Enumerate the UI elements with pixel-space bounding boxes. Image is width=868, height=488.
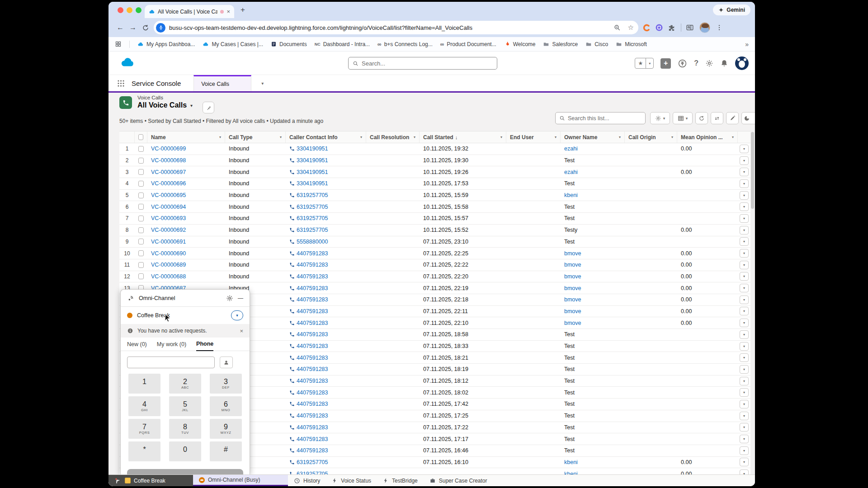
owner-link[interactable]: kbeni bbox=[564, 459, 578, 465]
column-menu-icon[interactable]: ▾ bbox=[414, 135, 415, 139]
record-link[interactable]: VC-00000697 bbox=[151, 169, 186, 175]
row-actions-button[interactable]: ▾ bbox=[740, 388, 749, 397]
row-checkbox[interactable] bbox=[138, 250, 144, 256]
owner-link[interactable]: bmove bbox=[564, 296, 581, 303]
row-select-cell[interactable] bbox=[135, 166, 147, 178]
chrome-profile-avatar[interactable] bbox=[699, 22, 710, 33]
utility-item-omni-channel-busy[interactable]: Omni-Channel (Busy) bbox=[193, 475, 288, 486]
row-actions-button[interactable]: ▾ bbox=[740, 226, 749, 235]
owner-link[interactable]: kbeni bbox=[564, 192, 578, 198]
phone-link[interactable]: 3304190951 bbox=[297, 145, 328, 152]
row-select-cell[interactable] bbox=[135, 201, 147, 212]
row-actions-button[interactable]: ▾ bbox=[740, 435, 749, 443]
row-actions-button[interactable]: ▾ bbox=[740, 191, 749, 200]
row-actions-button[interactable]: ▾ bbox=[740, 353, 749, 362]
extension-orange-icon[interactable] bbox=[643, 24, 651, 32]
favorites-dropdown-icon[interactable]: ▾ bbox=[646, 58, 653, 68]
row-actions-button[interactable]: ▾ bbox=[740, 272, 749, 281]
url-text[interactable]: busu-scv-ops-team-testdemo-dev-ed.develo… bbox=[169, 24, 608, 31]
row-checkbox[interactable] bbox=[138, 169, 144, 175]
utility-item-history[interactable]: History bbox=[288, 475, 326, 486]
record-link[interactable]: VC-00000691 bbox=[151, 239, 186, 245]
owner-link[interactable]: ezahi bbox=[564, 145, 578, 152]
row-actions-button[interactable]: ▾ bbox=[740, 179, 749, 188]
phone-link[interactable]: 4407591283 bbox=[297, 447, 328, 454]
row-select-cell[interactable] bbox=[135, 213, 147, 224]
phone-link[interactable]: 4407591283 bbox=[297, 355, 328, 361]
list-view-title[interactable]: All Voice Calls ▾ bbox=[137, 101, 193, 109]
utility-item-voice-status[interactable]: Voice Status bbox=[326, 475, 377, 486]
omni-status-label[interactable]: Coffee Break bbox=[137, 312, 226, 319]
row-checkbox[interactable] bbox=[138, 227, 144, 233]
bookmark-item[interactable]: Cisco bbox=[585, 41, 608, 47]
row-select-cell[interactable] bbox=[135, 190, 147, 201]
row-actions-button[interactable]: ▾ bbox=[740, 400, 749, 408]
row-checkbox[interactable] bbox=[138, 273, 144, 279]
record-link[interactable]: VC-00000688 bbox=[151, 273, 186, 280]
owner-link[interactable]: bmove bbox=[564, 320, 581, 326]
phone-link[interactable]: 4407591283 bbox=[297, 343, 328, 349]
setup-gear-icon[interactable] bbox=[705, 59, 713, 67]
view-selector-icon[interactable]: ▾ bbox=[190, 103, 193, 108]
bookmark-item[interactable]: ∞Product Document... bbox=[440, 41, 496, 47]
omni-tab-new-0[interactable]: New (0) bbox=[127, 341, 147, 351]
column-menu-icon[interactable]: ▾ bbox=[500, 135, 502, 139]
phone-link[interactable]: 6319257705 bbox=[297, 227, 328, 233]
record-link[interactable]: VC-00000695 bbox=[151, 192, 186, 198]
phone-link[interactable]: 6319257705 bbox=[297, 192, 328, 198]
column-header[interactable]: Mean Opinion ...▾ bbox=[677, 131, 738, 143]
row-select-cell[interactable] bbox=[135, 178, 147, 189]
row-actions-button[interactable]: ▾ bbox=[740, 377, 749, 385]
row-actions-button[interactable]: ▾ bbox=[740, 307, 749, 315]
row-actions-button[interactable]: ▾ bbox=[740, 214, 749, 223]
bookmark-item[interactable]: Salesforce bbox=[543, 41, 578, 47]
traffic-light-minimize[interactable] bbox=[127, 7, 132, 13]
side-panel-icon[interactable] bbox=[686, 23, 694, 32]
record-link[interactable]: VC-00000693 bbox=[151, 215, 186, 221]
row-actions-button[interactable]: ▾ bbox=[740, 342, 749, 351]
column-menu-icon[interactable]: ▾ bbox=[732, 135, 734, 139]
keypad-key-8[interactable]: 8TUV bbox=[169, 419, 201, 439]
record-link[interactable]: VC-00000696 bbox=[151, 180, 186, 187]
apps-grid-icon[interactable] bbox=[115, 41, 122, 47]
list-search-box[interactable]: Search this list... bbox=[555, 112, 646, 124]
phone-link[interactable]: 3304190951 bbox=[297, 180, 328, 187]
global-search-box[interactable]: Search... bbox=[348, 57, 497, 70]
row-select-cell[interactable] bbox=[135, 155, 147, 166]
banner-close-icon[interactable]: × bbox=[240, 328, 243, 334]
record-link[interactable]: VC-00000690 bbox=[151, 250, 186, 257]
row-actions-button[interactable]: ▾ bbox=[740, 249, 749, 258]
browser-tab[interactable]: All Voice Calls | Voice Call × bbox=[145, 5, 234, 18]
phone-link[interactable]: 4407591283 bbox=[297, 366, 328, 372]
record-link[interactable]: VC-00000694 bbox=[151, 204, 186, 210]
extensions-puzzle-icon[interactable] bbox=[668, 24, 675, 32]
row-actions-button[interactable]: ▾ bbox=[740, 237, 749, 246]
bookmark-item[interactable]: My Apps Dashboa... bbox=[137, 41, 195, 47]
utility-item-testbridge[interactable]: TestBridge bbox=[377, 475, 424, 486]
phone-link[interactable]: 4407591283 bbox=[297, 285, 328, 291]
column-header[interactable]: End User▾ bbox=[506, 131, 561, 143]
phone-link[interactable]: 4407591283 bbox=[297, 389, 328, 396]
bookmark-item[interactable]: NCDashboard - Intra... bbox=[315, 41, 370, 47]
phone-number-input[interactable] bbox=[127, 357, 215, 368]
utility-item-coffee-break[interactable]: Coffee Break bbox=[108, 475, 193, 486]
column-header[interactable]: Caller Contact Info▾ bbox=[286, 131, 366, 143]
favorites-button[interactable]: ★ ▾ bbox=[635, 58, 654, 69]
bookmark-item[interactable]: My Cases | Cases |... bbox=[203, 41, 263, 47]
row-select-cell[interactable] bbox=[135, 248, 147, 259]
workspace-tab-voice-calls[interactable]: Voice Calls bbox=[193, 75, 251, 91]
phone-link[interactable]: 5558880000 bbox=[297, 239, 328, 245]
phone-link[interactable]: 4407591283 bbox=[297, 308, 328, 314]
tab-close-icon[interactable]: × bbox=[226, 8, 230, 15]
owner-link[interactable]: bmove bbox=[564, 308, 581, 314]
bookmark-star-icon[interactable]: ☆ bbox=[628, 23, 634, 32]
extension-purple-icon[interactable] bbox=[655, 23, 663, 32]
owner-link[interactable]: kbeni bbox=[564, 471, 578, 474]
record-link[interactable]: VC-00000692 bbox=[151, 227, 186, 233]
bookmark-item[interactable]: Welcome bbox=[504, 41, 536, 47]
record-link[interactable]: VC-00000689 bbox=[151, 262, 186, 268]
keypad-key-7[interactable]: 7PQRS bbox=[128, 419, 160, 439]
phone-link[interactable]: 4407591283 bbox=[297, 424, 328, 431]
column-header[interactable]: Name▾ bbox=[147, 131, 225, 143]
omni-settings-gear-icon[interactable] bbox=[226, 295, 233, 302]
